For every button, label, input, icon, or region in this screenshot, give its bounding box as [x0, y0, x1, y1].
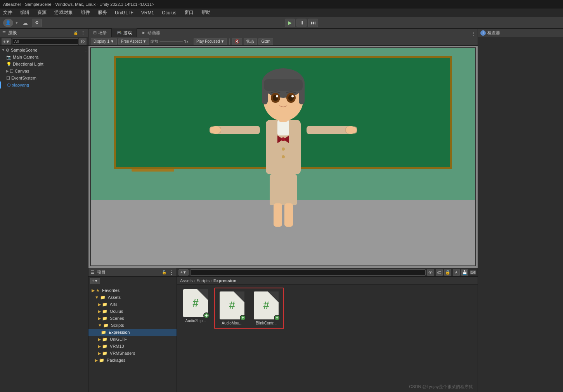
hierarchy-toolbar: +▼ ⊙: [0, 37, 88, 46]
tree-item-unigltf[interactable]: ▶ 📁 UniGLTF: [88, 336, 177, 343]
project-lock[interactable]: 🔓: [162, 270, 166, 274]
project-menu-icon[interactable]: ⋮: [169, 269, 174, 276]
menu-edit[interactable]: 编辑: [19, 9, 31, 16]
canvas-label: Canvas: [15, 69, 29, 73]
asset-tool-lock[interactable]: 🔒: [444, 269, 451, 276]
settings-button[interactable]: ⚙: [32, 19, 42, 27]
hierarchy-item-directionallight[interactable]: 💡 Directional Light: [0, 61, 88, 68]
animator-tab-icon: ►: [142, 30, 146, 35]
aspect-button[interactable]: Free Aspect ▼: [118, 38, 149, 45]
zoom-control: 缩放 1x: [151, 39, 189, 44]
menu-unigltf[interactable]: UniGLTF: [113, 10, 135, 16]
asset-search-input[interactable]: [190, 269, 426, 276]
tree-item-expression[interactable]: 📁 Expression: [88, 329, 177, 336]
project-tree: ▶ ★ Favorites ▼ 📁 Assets ▶ 📁 Arts: [88, 285, 177, 365]
hierarchy-item-eventsystem[interactable]: ☐ EventSystem: [0, 75, 88, 82]
display-button[interactable]: Display 1 ▼: [91, 38, 117, 45]
oculus-label: Oculus: [110, 309, 123, 314]
script-file-audiomou[interactable]: # + AudioMou...: [217, 290, 248, 327]
hierarchy-search-input[interactable]: [12, 38, 78, 45]
menu-component[interactable]: 组件: [79, 9, 92, 16]
scene-tabs-menu[interactable]: ⋮: [469, 31, 478, 37]
menu-services[interactable]: 服务: [96, 9, 109, 16]
svg-point-4: [210, 126, 221, 134]
project-add-button[interactable]: +▼: [90, 278, 100, 284]
mute-button[interactable]: 🔇: [232, 38, 242, 45]
asset-browser: +▼ 👁 🏷 🔒 ★ 💾 14 Assets › Scripts › Expre…: [177, 268, 478, 392]
tree-item-assets[interactable]: ▼ 📁 Assets: [88, 294, 177, 301]
hierarchy-item-maincamera[interactable]: 📷 Main Camera: [0, 54, 88, 61]
vrm10-label: VRM10: [110, 344, 124, 349]
hierarchy-content: ▼ ⚙ SampleScene ⋮ 📷 Main Camera 💡 Direct…: [0, 46, 88, 392]
script-file-audio2lip[interactable]: # + Audio2Lip...: [180, 288, 211, 329]
chalk-ledge: [132, 169, 174, 172]
tree-item-oculus[interactable]: ▶ 📁 Oculus: [88, 308, 177, 315]
menu-window[interactable]: 窗口: [183, 9, 195, 16]
menu-assets[interactable]: 资源: [36, 9, 48, 16]
xiaoyang-label: xiaoyang: [12, 83, 29, 87]
tree-item-scripts[interactable]: ▼ 📁 Scripts: [88, 322, 177, 329]
script-hash-1: #: [192, 297, 199, 309]
asset-add-button[interactable]: +▼: [178, 269, 189, 276]
arts-label: Arts: [110, 302, 118, 307]
pause-button[interactable]: ⏸: [296, 19, 307, 27]
lock-icon[interactable]: 🔓: [73, 31, 78, 35]
asset-tool-save[interactable]: 💾: [461, 269, 468, 276]
menu-help[interactable]: 帮助: [200, 9, 212, 16]
project-tree-panel: ☰ 项目 🔓 ⋮ +▼ ▶ ★ Favorites ▼ 📁: [88, 268, 177, 392]
gizmo-button[interactable]: Gizm: [258, 38, 273, 45]
menu-file[interactable]: 文件: [2, 9, 14, 16]
step-button[interactable]: ⏭: [308, 19, 318, 27]
xiaoyang-icon: ⬡: [7, 83, 11, 88]
scene-menu[interactable]: ⋮: [84, 48, 88, 53]
inspector-title: 检查器: [487, 30, 500, 36]
menu-gameobject[interactable]: 游戏对象: [53, 9, 74, 16]
breadcrumb-assets[interactable]: Assets: [180, 278, 193, 283]
scenes-label: Scenes: [110, 316, 124, 321]
tab-animator[interactable]: ► 动画器: [137, 28, 165, 37]
asset-toolbar: +▼ 👁 🏷 🔒 ★ 💾 14: [177, 268, 478, 277]
svg-point-5: [346, 126, 357, 134]
main-toolbar: 👤 ▼ ☁ ⚙ ▶ ⏸ ⏭: [0, 17, 563, 29]
asset-tool-star[interactable]: ★: [453, 269, 460, 276]
hierarchy-item-canvas[interactable]: ▶ ☐ Canvas: [0, 68, 88, 75]
tree-item-vrm10[interactable]: ▶ 📁 VRM10: [88, 343, 177, 350]
zoom-slider[interactable]: [159, 41, 183, 42]
hierarchy-filter-button[interactable]: ⊙: [79, 38, 87, 45]
script-name-audiomou: AudioMou...: [222, 321, 242, 325]
svg-point-22: [282, 155, 285, 158]
menu-oculus[interactable]: Oculus: [160, 10, 178, 16]
hierarchy-item-xiaoyang[interactable]: ⬡ xiaoyang: [0, 82, 88, 88]
tree-item-scenes[interactable]: ▶ 📁 Scenes: [88, 315, 177, 322]
cloud-button[interactable]: ☁: [20, 19, 30, 27]
asset-tool-eye[interactable]: 👁: [427, 269, 434, 276]
hierarchy-item-samplescene[interactable]: ▼ ⚙ SampleScene ⋮: [0, 47, 88, 54]
breadcrumb-expression[interactable]: Expression: [213, 278, 236, 283]
script-file-blinkcontr[interactable]: # + BlinkContr...: [251, 290, 282, 327]
account-button[interactable]: 👤: [3, 19, 13, 27]
scene-tab-label: 场景: [98, 30, 107, 36]
breadcrumb-scripts[interactable]: Scripts: [197, 278, 210, 283]
hierarchy-menu-icon[interactable]: ⋮: [80, 30, 86, 36]
tree-item-packages[interactable]: ▶ 📁 Packages: [88, 357, 177, 364]
hierarchy-add-button[interactable]: +▼: [2, 38, 11, 45]
tree-item-arts[interactable]: ▶ 📁 Arts: [88, 301, 177, 308]
eventsystem-label: EventSystem: [11, 76, 36, 80]
play-focused-label: Play Focused: [196, 39, 220, 43]
packages-folder-icon: ▶ 📁: [95, 358, 104, 363]
vrmshaders-folder-icon: ▶ 📁: [98, 351, 107, 356]
expand-arrow-scene: ▼: [2, 48, 5, 52]
play-focused-button[interactable]: Play Focused ▼: [194, 38, 227, 45]
vrm10-folder-icon: ▶ 📁: [98, 344, 107, 349]
stats-button[interactable]: 状态: [244, 38, 257, 45]
breadcrumb-sep-2: ›: [211, 278, 212, 283]
asset-tool-tag[interactable]: 🏷: [436, 269, 443, 276]
play-button[interactable]: ▶: [285, 19, 295, 27]
tab-scene[interactable]: ⊞ 场景: [88, 28, 112, 37]
inspector-panel: i 检查器: [478, 29, 563, 392]
tree-item-vrmshaders[interactable]: ▶ 📁 VRMShaders: [88, 350, 177, 357]
menu-vrm1[interactable]: VRM1: [140, 10, 156, 16]
tree-item-favorites[interactable]: ▶ ★ Favorites: [88, 287, 177, 294]
tab-game[interactable]: 🎮 游戏: [112, 28, 137, 37]
zoom-value: 1x: [184, 39, 189, 44]
